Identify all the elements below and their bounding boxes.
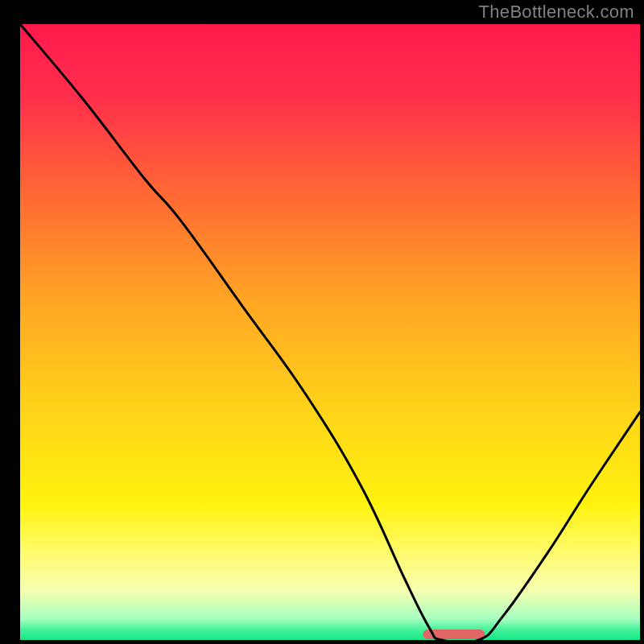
- gradient-background: [20, 24, 640, 640]
- chart-stage: TheBottleneck.com: [0, 0, 644, 644]
- bottleneck-chart: [0, 0, 644, 644]
